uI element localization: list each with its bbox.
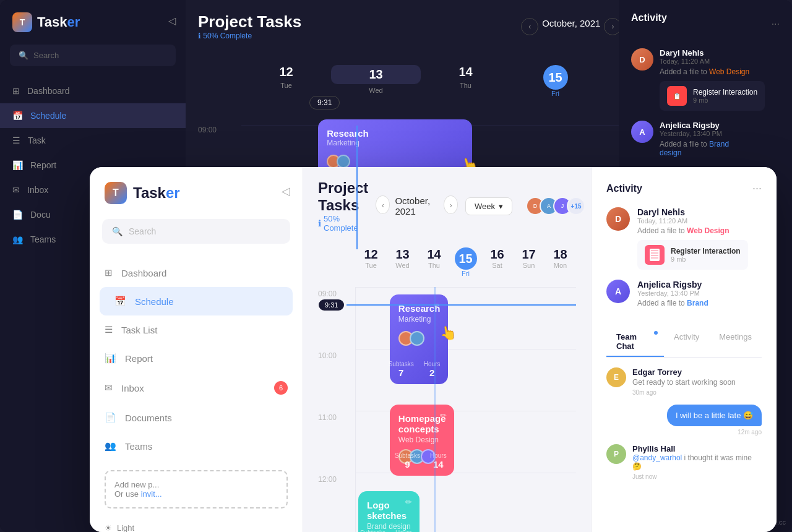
light-research-subtasks: Subtasks 7 xyxy=(389,361,414,378)
light-teamchat-dot xyxy=(654,331,658,335)
light-next-button[interactable]: › xyxy=(444,195,458,214)
light-tab-teamchat[interactable]: Team Chat xyxy=(606,327,664,357)
dark-teams-label: Teams xyxy=(30,234,56,244)
light-logo-stats: Subtasks 9 Hours 14 xyxy=(360,530,412,532)
light-file-name: Register Interaction xyxy=(671,247,741,255)
light-file-icon xyxy=(645,245,665,265)
light-chat-section: Team Chat Activity Meetings E Edgar Torr… xyxy=(606,327,762,517)
dark-design-link[interactable]: design xyxy=(660,148,729,157)
light-activity-header: Activity ··· xyxy=(606,182,762,195)
dark-anjelica-action: Added a file to Brand xyxy=(660,140,729,148)
dark-task-icon: ☰ xyxy=(12,135,20,145)
light-tab-activity[interactable]: Activity xyxy=(664,327,709,357)
light-nav-dashboard[interactable]: ⊞ Dashboard xyxy=(90,259,303,287)
light-task-logo[interactable]: ✏ Logo sketches Brand design Subtasks 9 xyxy=(358,491,420,532)
light-header: Project Tasks ℹ 50% Complete ‹ October, … xyxy=(303,167,591,233)
light-month-label: October, 2021 xyxy=(395,195,439,217)
light-prev-button[interactable]: ‹ xyxy=(376,195,390,214)
light-homepage-sub: Web Design xyxy=(398,435,446,444)
light-sun-icon: ☀ xyxy=(105,523,112,532)
light-time-11: 11:00 xyxy=(318,411,355,473)
light-edgar-text: Get ready to start working soon xyxy=(632,378,736,387)
light-daryl-name: Daryl Nehls xyxy=(637,207,748,217)
light-edgar-info: Edgar Torrey Get ready to start working … xyxy=(632,367,736,396)
light-phyllis-time: Just now xyxy=(632,473,762,480)
light-invite-link[interactable]: invit... xyxy=(141,489,162,499)
light-theme-button[interactable]: ☀ Light xyxy=(105,518,288,532)
dark-day-15-today: 15 Fri xyxy=(510,65,600,97)
light-phyllis-info: Phyllis Hall @andy_warhol i thought it w… xyxy=(632,444,762,480)
light-cursor-pointer: 👆 xyxy=(438,324,457,343)
light-inbox-icon: ✉ xyxy=(105,382,113,393)
light-homepage-subtasks: Subtasks 9 xyxy=(395,452,420,470)
light-search-bar[interactable]: 🔍 Search xyxy=(102,219,290,244)
watermark: www.6hu.cc xyxy=(749,518,786,526)
dark-nav-task[interactable]: ☰ Task xyxy=(0,128,186,153)
dark-brand-link[interactable]: Brand xyxy=(709,140,729,148)
dark-daryl-action: Added a file to Web Design xyxy=(660,67,765,76)
dark-prev-button[interactable]: ‹ xyxy=(521,18,538,35)
light-logo-hours-label: Hours xyxy=(395,530,412,532)
light-webdesign-link[interactable]: Web Design xyxy=(687,226,729,235)
light-time-indicator: 9:31 xyxy=(319,299,576,311)
dark-schedule-label: Schedule xyxy=(30,111,66,121)
light-task-homepage[interactable]: ✏ Homepage concepts Web Design Subtasks … xyxy=(390,405,454,476)
light-teams-icon: 👥 xyxy=(105,440,116,452)
dark-search-bar[interactable]: 🔍 Search xyxy=(10,45,176,66)
light-phyllis-text: @andy_warhol i thought it was mine 🤔 xyxy=(632,453,762,471)
dark-activity-more[interactable]: ··· xyxy=(772,19,780,30)
dark-file-name: Register Interaction xyxy=(693,88,757,97)
light-homepage-edit-icon[interactable]: ✏ xyxy=(440,411,447,420)
dark-daryl-avatar: D xyxy=(631,48,653,71)
light-time-line xyxy=(346,304,576,306)
light-anjelica-time: Yesterday, 13:40 PM xyxy=(637,290,708,297)
light-daryl-avatar: D xyxy=(606,207,630,231)
light-week-chevron: ▾ xyxy=(499,202,503,211)
light-avatar-count: +15 xyxy=(567,197,585,215)
light-tab-meetings[interactable]: Meetings xyxy=(709,327,762,357)
light-nav-documents[interactable]: 📄 Documents xyxy=(90,403,303,432)
light-nav-tasklist[interactable]: ☰ Task List xyxy=(90,315,303,344)
light-phyllis-avatar: P xyxy=(606,444,626,464)
dark-daryl-time: Today, 11:20 AM xyxy=(660,58,765,65)
light-hours-label: Hours xyxy=(424,361,441,367)
light-teams-label: Teams xyxy=(125,441,152,452)
light-main-card: T Tasker ◁ 🔍 Search ⊞ Dashboard 📅 Schedu… xyxy=(90,167,777,532)
light-vertical-time-line xyxy=(434,287,436,532)
light-week-button[interactable]: Week ▾ xyxy=(465,197,512,215)
light-activity-more-button[interactable]: ··· xyxy=(752,182,762,195)
light-activity-title: Activity xyxy=(606,183,642,194)
light-my-message-wrapper: I will be a little late 😅 12m ago xyxy=(606,405,762,435)
light-logo-icon: T xyxy=(105,182,127,204)
dark-nav-dashboard[interactable]: ⊞ Dashboard xyxy=(0,79,186,103)
light-logo-edit-icon[interactable]: ✏ xyxy=(405,497,412,507)
light-page-title: Project Tasks xyxy=(318,179,368,214)
light-nav-report[interactable]: 📊 Report xyxy=(90,344,303,372)
dark-nav-schedule[interactable]: 📅 Schedule xyxy=(0,103,186,128)
light-tasklist-label: Task List xyxy=(121,325,157,335)
light-time-badge: 9:31 xyxy=(319,299,344,311)
dark-inbox-label: Inbox xyxy=(27,185,48,195)
light-mention-andy[interactable]: @andy_warhol xyxy=(632,453,682,462)
dark-daryl-info: Daryl Nehls Today, 11:20 AM Added a file… xyxy=(660,48,765,111)
dark-complete-icon: ℹ xyxy=(198,32,201,40)
light-day-col-15-today: 15 Fri xyxy=(450,242,481,282)
dark-file-size: 9 mb xyxy=(693,97,757,104)
light-nav-teams[interactable]: 👥 Teams xyxy=(90,432,303,460)
dark-task-avatar-a2 xyxy=(337,155,350,168)
dark-dashboard-label: Dashboard xyxy=(27,86,70,96)
dark-nav-arrows: ‹ October, 2021 › xyxy=(521,18,621,35)
dark-anjelica-info: Anjelica Rigsby Yesterday, 13:40 PM Adde… xyxy=(660,121,729,157)
light-logo: T Tasker ◁ xyxy=(90,182,303,219)
light-brand-link[interactable]: Brand xyxy=(687,299,708,307)
light-time-column: 09:00 10:00 11:00 12:00 xyxy=(318,287,355,532)
light-grid-line-1 xyxy=(356,287,576,288)
light-nav-schedule[interactable]: 📅 Schedule xyxy=(100,287,293,315)
light-collapse-button[interactable]: ◁ xyxy=(282,184,290,198)
dark-collapse-button[interactable]: ◁ xyxy=(168,15,176,27)
dark-time-badge: 9:31 xyxy=(309,96,340,109)
light-nav-inbox[interactable]: ✉ Inbox 6 xyxy=(90,372,303,403)
light-dashboard-icon: ⊞ xyxy=(105,267,113,278)
light-daryl-time: Today, 11:20 AM xyxy=(637,217,748,225)
dark-webdesign-link[interactable]: Web Design xyxy=(709,67,749,76)
